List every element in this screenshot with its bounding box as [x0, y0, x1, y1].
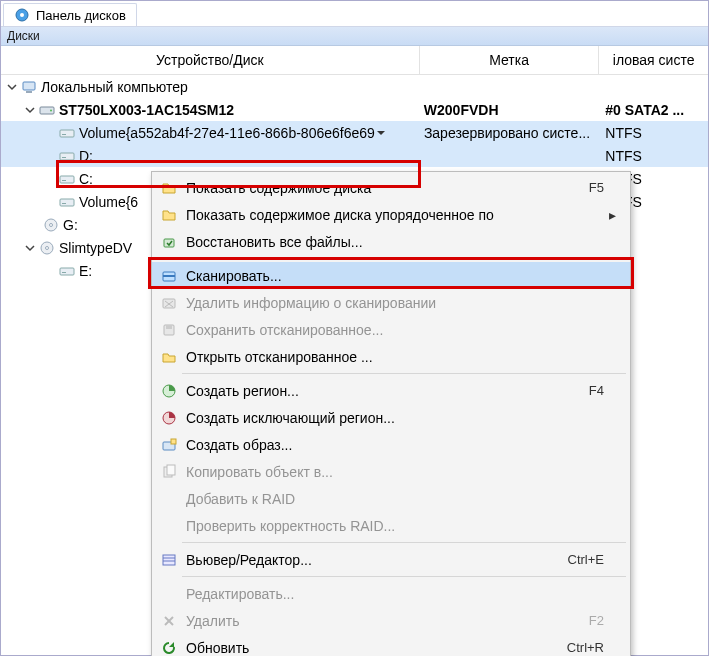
svg-rect-8: [60, 153, 74, 160]
tree-node-localpc[interactable]: Локальный компьютер: [1, 75, 708, 98]
ctx-copy-obj: Копировать объект в...: [152, 458, 630, 485]
svg-point-17: [46, 246, 49, 249]
ctx-edit: Редактировать...: [152, 580, 630, 607]
ctx-check-raid: Проверить корректность RAID...: [152, 512, 630, 539]
create-image-icon: [156, 437, 182, 453]
svg-rect-13: [62, 203, 66, 204]
svg-rect-6: [60, 130, 74, 137]
excl-region-icon: [156, 410, 182, 426]
node-label: E:: [79, 263, 92, 279]
node-label: Локальный компьютер: [41, 79, 188, 95]
ctx-delete-scan: Удалить информацию о сканировании: [152, 289, 630, 316]
svg-rect-10: [60, 176, 74, 183]
ctx-show-contents[interactable]: Показать содержимое диска F5: [152, 174, 630, 201]
tabbar: Панель дисков: [1, 1, 708, 27]
tree-node-drive-d[interactable]: D: NTFS: [1, 144, 708, 167]
ctx-recover-all[interactable]: Восстановить все файлы...: [152, 228, 630, 255]
svg-rect-33: [167, 465, 175, 475]
vol-fs: NTFS: [599, 148, 708, 164]
ctx-scan[interactable]: Сканировать...: [152, 262, 630, 289]
section-label: Диски: [1, 27, 708, 46]
svg-rect-2: [23, 82, 35, 90]
ctx-show-sorted[interactable]: Показать содержимое диска упорядоченное …: [152, 201, 630, 228]
chevron-down-icon[interactable]: [23, 241, 37, 255]
svg-rect-31: [171, 439, 176, 444]
drive-icon: [59, 263, 75, 279]
ctx-create-excl-region[interactable]: Создать исключающий регион...: [152, 404, 630, 431]
section-title: Диски: [7, 29, 40, 43]
drive-icon: [59, 148, 75, 164]
chevron-down-icon[interactable]: [23, 103, 37, 117]
ctx-create-image[interactable]: Создать образ...: [152, 431, 630, 458]
ctx-create-region[interactable]: Создать регион... F4: [152, 377, 630, 404]
disk-fs: #0 SATA2 ...: [599, 102, 708, 118]
ctx-save-scan: Сохранить отсканированное...: [152, 316, 630, 343]
tab-drives-panel[interactable]: Панель дисков: [3, 3, 137, 26]
ctx-open-scan[interactable]: Открыть отсканированное ...: [152, 343, 630, 370]
delete-icon: [156, 613, 182, 629]
drive-icon: [59, 125, 75, 141]
svg-rect-12: [60, 199, 74, 206]
menu-separator: [182, 373, 626, 374]
menu-separator: [182, 258, 626, 259]
svg-rect-34: [163, 555, 175, 565]
col-device[interactable]: Устройство/Диск: [1, 46, 420, 74]
tab-label: Панель дисков: [36, 8, 126, 23]
ctx-delete: Удалить F2: [152, 607, 630, 634]
tree-node-volume-guid[interactable]: Volume{a552ab4f-27e4-11e6-866b-806e6f6e6…: [1, 121, 708, 144]
node-label: SlimtypeDV: [59, 240, 132, 256]
chevron-right-icon: ▸: [604, 207, 620, 223]
tree-node-physical-disk[interactable]: ST750LX003-1AC154SM12 W200FVDH #0 SATA2 …: [1, 98, 708, 121]
svg-rect-9: [62, 157, 66, 158]
vol-fs: NTFS: [599, 125, 708, 141]
menu-separator: [182, 576, 626, 577]
svg-rect-3: [26, 91, 32, 93]
menu-separator: [182, 542, 626, 543]
node-label: D:: [79, 148, 93, 164]
node-label: Volume{a552ab4f-27e4-11e6-866b-806e6f6e6…: [79, 125, 375, 141]
svg-rect-22: [163, 275, 175, 277]
region-icon: [156, 383, 182, 399]
delete-scan-icon: [156, 295, 182, 311]
scan-icon: [156, 268, 182, 284]
hexview-icon: [156, 552, 182, 568]
svg-rect-19: [62, 272, 66, 273]
computer-icon: [21, 79, 37, 95]
vol-label: Зарезервировано систе...: [420, 125, 599, 141]
svg-point-5: [50, 109, 52, 111]
ctx-viewer-editor[interactable]: Вьювер/Редактор... Ctrl+E: [152, 546, 630, 573]
node-label: C:: [79, 171, 93, 187]
refresh-icon: [156, 640, 182, 656]
disk-label: W200FVDH: [420, 102, 599, 118]
col-fs[interactable]: іловая систе: [599, 46, 708, 74]
svg-rect-18: [60, 268, 74, 275]
dropdown-marker-icon[interactable]: [377, 129, 385, 137]
node-label: Volume{6: [79, 194, 138, 210]
col-label[interactable]: Метка: [420, 46, 600, 74]
cd-icon: [43, 217, 59, 233]
node-label: G:: [63, 217, 78, 233]
save-scan-icon: [156, 322, 182, 338]
chevron-down-icon[interactable]: [5, 80, 19, 94]
hdd-icon: [39, 102, 55, 118]
drive-icon: [59, 171, 75, 187]
svg-point-1: [20, 13, 24, 17]
drives-panel-icon: [14, 7, 30, 23]
ctx-add-raid: Добавить к RAID: [152, 485, 630, 512]
folder-sort-icon: [156, 207, 182, 223]
ctx-refresh[interactable]: Обновить Ctrl+R: [152, 634, 630, 656]
svg-point-15: [50, 223, 53, 226]
recover-icon: [156, 234, 182, 250]
svg-rect-11: [62, 180, 66, 181]
columns-header: Устройство/Диск Метка іловая систе: [1, 46, 708, 75]
app-window: Панель дисков Диски Устройство/Диск Метк…: [0, 0, 709, 656]
svg-rect-7: [62, 134, 66, 135]
context-menu: Показать содержимое диска F5 Показать со…: [151, 171, 631, 656]
node-label: ST750LX003-1AC154SM12: [59, 102, 234, 118]
cd-icon: [39, 240, 55, 256]
drive-icon: [59, 194, 75, 210]
folder-open-icon: [156, 180, 182, 196]
open-scan-icon: [156, 349, 182, 365]
svg-rect-27: [166, 325, 172, 329]
copy-icon: [156, 464, 182, 480]
